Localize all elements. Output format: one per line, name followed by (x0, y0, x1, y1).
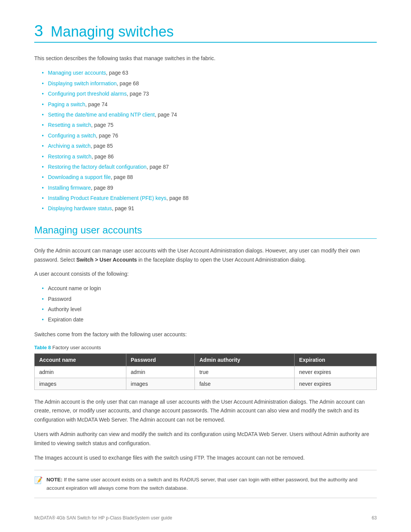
factory-accounts-table: Account namePasswordAdmin authorityExpir… (34, 353, 377, 390)
toc-page: , page 89 (91, 185, 113, 191)
bullet-item: Expiration date (42, 315, 377, 324)
table-caption-label: Table 8 (34, 345, 51, 350)
toc-item: Setting the date/time and enabling NTP c… (42, 110, 377, 119)
bullet-item: Authority level (42, 305, 377, 313)
toc-link[interactable]: Configuring a switch (48, 133, 96, 139)
table-header-row: Account namePasswordAdmin authorityExpir… (35, 353, 377, 366)
toc-page: , page 63 (106, 70, 128, 76)
note-text: NOTE: If the same user account exists on… (46, 476, 377, 492)
chapter-title: Managing switches (51, 24, 174, 39)
toc-item: Installing Product Feature Enablement (P… (42, 194, 377, 202)
toc-page: , page 73 (127, 91, 149, 97)
intro-text: This section describes the following tas… (34, 54, 377, 62)
toc-link[interactable]: Restoring the factory default configurat… (48, 164, 147, 170)
toc-page: , page 88 (111, 174, 133, 180)
toc-item: Restoring a switch, page 86 (42, 152, 377, 161)
toc-page: , page 74 (155, 112, 177, 118)
bullet-list-account: Account name or loginPasswordAuthority l… (42, 284, 377, 324)
toc-link[interactable]: Setting the date/time and enabling NTP c… (48, 112, 155, 118)
note-box: 📝 NOTE: If the same user account exists … (34, 470, 377, 498)
toc-page: , page 68 (117, 80, 139, 86)
toc-link[interactable]: Paging a switch (48, 101, 85, 107)
toc-list: Managing user accounts, page 63Displayin… (42, 69, 377, 212)
toc-item: Configuring port threshold alarms, page … (42, 89, 377, 98)
footer: McDATA® 4Gb SAN Switch for HP p-Class Bl… (34, 515, 377, 521)
toc-item: Restoring the factory default configurat… (42, 163, 377, 171)
toc-link[interactable]: Installing Product Feature Enablement (P… (48, 195, 166, 201)
toc-link[interactable]: Resetting a switch (48, 122, 91, 128)
toc-item: Installing firmware, page 89 (42, 184, 377, 192)
table-header-cell: Password (126, 353, 194, 366)
section-para5: Users with Admin authority can view and … (34, 430, 377, 448)
toc-item: Managing user accounts, page 63 (42, 69, 377, 77)
section-para1-bold: Switch > User Accounts (76, 257, 137, 263)
section-para1: Only the Admin account can manage user a… (34, 246, 377, 265)
table-header-cell: Expiration (295, 353, 377, 366)
table-cell: never expires (295, 378, 377, 390)
toc-page: , page 76 (96, 133, 118, 139)
toc-item: Downloading a support file, page 88 (42, 173, 377, 181)
toc-item: Resetting a switch, page 75 (42, 121, 377, 129)
chapter-header: 3 Managing switches (34, 23, 377, 43)
toc-page: , page 85 (91, 143, 113, 149)
toc-link[interactable]: Displaying hardware status (48, 205, 112, 211)
toc-link[interactable]: Displaying switch information (48, 80, 117, 86)
table-caption: Table 8 Factory user accounts (34, 345, 377, 350)
toc-item: Paging a switch, page 74 (42, 100, 377, 109)
table-cell: images (126, 378, 194, 390)
section-para4: The Admin account is the only user that … (34, 398, 377, 425)
table-cell: admin (126, 366, 194, 378)
table-row: imagesimagesfalsenever expires (35, 378, 377, 390)
table-header: Account namePasswordAdmin authorityExpir… (35, 353, 377, 366)
toc-item: Displaying switch information, page 68 (42, 79, 377, 88)
table-row: adminadmintruenever expires (35, 366, 377, 378)
bullet-item: Account name or login (42, 284, 377, 292)
toc-link[interactable]: Installing firmware (48, 185, 91, 191)
note-icon: 📝 (34, 476, 43, 484)
footer-product: McDATA® 4Gb SAN Switch for HP p-Class Bl… (34, 515, 172, 521)
table-header-cell: Account name (35, 353, 126, 366)
toc-page: , page 74 (85, 101, 107, 107)
toc-page: , page 75 (91, 122, 113, 128)
section-para6: The Images account is used to exchange f… (34, 454, 377, 463)
table-cell: true (194, 366, 294, 378)
table-cell: false (194, 378, 294, 390)
table-cell: images (35, 378, 126, 390)
note-content: If the same user account exists on a swi… (46, 477, 357, 491)
section-para1-end: in the faceplate display to open the Use… (137, 257, 306, 263)
table-header-cell: Admin authority (194, 353, 294, 366)
note-label: NOTE: (46, 477, 62, 482)
toc-item: Displaying hardware status, page 91 (42, 204, 377, 212)
table-cell: admin (35, 366, 126, 378)
toc-page: , page 87 (147, 164, 169, 170)
toc-link[interactable]: Archiving a switch (48, 143, 91, 149)
section-para3: Switches come from the factory with the … (34, 330, 377, 339)
chapter-number: 3 (34, 23, 43, 39)
toc-item: Configuring a switch, page 76 (42, 131, 377, 140)
toc-link[interactable]: Downloading a support file (48, 174, 111, 180)
footer-page: 63 (372, 515, 377, 521)
section-title-managing: Managing user accounts (34, 224, 377, 239)
toc-page: , page 91 (112, 205, 134, 211)
toc-link[interactable]: Restoring a switch (48, 153, 91, 160)
toc-page: , page 88 (166, 195, 188, 201)
toc-page: , page 86 (91, 153, 113, 160)
page: 3 Managing switches This section describ… (0, 0, 411, 532)
bullet-item: Password (42, 295, 377, 303)
section-para2: A user account consists of the following… (34, 270, 377, 279)
toc-link[interactable]: Configuring port threshold alarms (48, 91, 127, 97)
table-body: adminadmintruenever expiresimagesimagesf… (35, 366, 377, 390)
table-caption-text: Factory user accounts (52, 345, 101, 350)
table-cell: never expires (295, 366, 377, 378)
toc-link[interactable]: Managing user accounts (48, 70, 106, 76)
toc-item: Archiving a switch, page 85 (42, 142, 377, 150)
